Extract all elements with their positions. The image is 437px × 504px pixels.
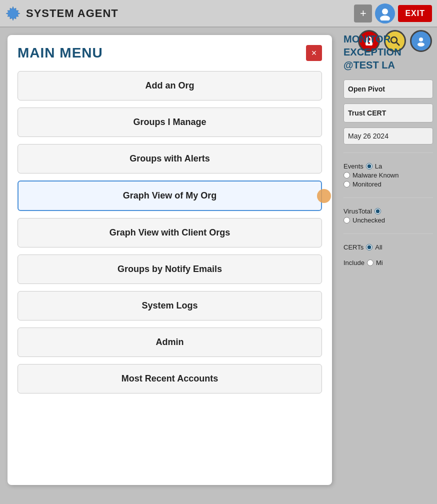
groups-alerts-button[interactable]: Groups with Alerts — [18, 144, 322, 174]
monitor-title: MONITOR EXCEPTION @TEST LA — [344, 32, 433, 72]
divider-2 — [344, 198, 433, 198]
include-section: Include Mi — [344, 258, 433, 268]
main-layout: MAIN MENU × Add an Org Groups I Manage G… — [0, 28, 437, 504]
virustotal-row: VirusTotal — [344, 208, 433, 215]
groups-manage-button[interactable]: Groups I Manage — [18, 108, 322, 137]
divider-3 — [344, 234, 433, 234]
user-avatar-btn[interactable] — [375, 4, 395, 24]
top-bar-left: SYSTEM AGENT — [5, 6, 118, 22]
menu-title: MAIN MENU — [18, 45, 103, 61]
malware-radio[interactable] — [344, 172, 350, 178]
menu-card: MAIN MENU × Add an Org Groups I Manage G… — [8, 35, 332, 485]
top-bar: SYSTEM AGENT + EXIT — [0, 0, 437, 28]
events-radio-la[interactable] — [366, 163, 372, 170]
most-recent-button[interactable]: Most Recent Accounts — [18, 364, 322, 394]
malware-row: Malware Known — [344, 172, 433, 179]
left-panel: MAIN MENU × Add an Org Groups I Manage G… — [0, 28, 340, 504]
malware-label: Malware Known — [352, 172, 399, 179]
right-content: MONITOR EXCEPTION @TEST LA Open Pivot Tr… — [344, 32, 433, 268]
graph-view-org-wrapper: Graph View of My Org — [18, 180, 322, 211]
virustotal-radio[interactable] — [374, 208, 381, 214]
menu-header: MAIN MENU × — [18, 45, 322, 61]
include-option-mi: Mi — [376, 259, 383, 266]
unchecked-row: Unchecked — [344, 216, 433, 224]
monitored-label: Monitored — [352, 180, 382, 188]
graph-view-org-button[interactable]: Graph View of My Org — [18, 180, 322, 211]
certs-section: CERTs All — [344, 242, 433, 252]
graph-view-client-button[interactable]: Graph View with Client Orgs — [18, 218, 322, 248]
trust-cert-button[interactable]: Trust CERT — [344, 104, 433, 122]
avatar-icon — [378, 6, 392, 20]
certs-row: CERTs All — [344, 244, 433, 251]
menu-buttons: Add an Org Groups I Manage Groups with A… — [18, 71, 322, 394]
virustotal-section: VirusTotal Unchecked — [344, 206, 433, 226]
unchecked-label: Unchecked — [352, 216, 385, 224]
svg-point-2 — [380, 16, 390, 20]
certs-label: CERTs — [344, 244, 364, 251]
virustotal-label: VirusTotal — [344, 208, 372, 215]
unchecked-radio[interactable] — [344, 217, 350, 224]
right-panel: MONITOR EXCEPTION @TEST LA Open Pivot Tr… — [340, 28, 437, 504]
app-title: SYSTEM AGENT — [26, 7, 118, 20]
events-option-la: La — [375, 162, 382, 170]
divider-1 — [344, 152, 433, 153]
cursor-indicator — [317, 189, 331, 203]
top-bar-right: + EXIT — [354, 4, 432, 24]
add-org-button[interactable]: Add an Org — [18, 71, 322, 100]
certs-option-all: All — [375, 244, 382, 251]
events-section: Events La Malware Known Monitored — [344, 161, 433, 190]
admin-button[interactable]: Admin — [18, 328, 322, 357]
open-pivot-button[interactable]: Open Pivot — [344, 80, 433, 98]
add-button[interactable]: + — [354, 4, 372, 22]
system-logs-button[interactable]: System Logs — [18, 291, 322, 320]
close-menu-button[interactable]: × — [306, 45, 322, 61]
groups-notify-button[interactable]: Groups by Notify Emails — [18, 254, 322, 284]
events-row: Events La — [344, 162, 433, 170]
gear-icon — [5, 6, 21, 22]
exit-button[interactable]: EXIT — [398, 5, 432, 22]
monitored-radio[interactable] — [344, 181, 350, 188]
certs-radio-all[interactable] — [366, 244, 372, 250]
date-display: May 26 2024 — [344, 128, 433, 144]
monitored-row: Monitored — [344, 180, 433, 188]
include-radio-mi[interactable] — [367, 260, 374, 266]
svg-point-1 — [382, 8, 388, 14]
events-label: Events — [344, 162, 364, 170]
include-label: Include — [344, 259, 364, 266]
include-row: Include Mi — [344, 259, 433, 266]
